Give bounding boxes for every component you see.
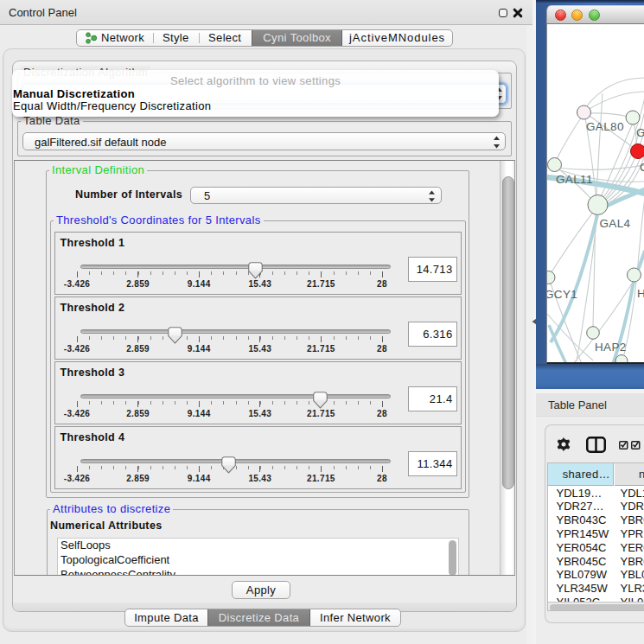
svg-text:GAL4: GAL4 [600, 217, 631, 230]
svg-text:HAP2: HAP2 [595, 341, 627, 354]
svg-text:GCY1: GCY1 [547, 288, 577, 301]
svg-text:GAL3: GAL3 [636, 126, 644, 139]
svg-text:CRM: CRM [640, 161, 644, 174]
svg-text:GAL80: GAL80 [586, 120, 624, 133]
svg-text:GAL11: GAL11 [556, 173, 593, 186]
svg-text:HIS4: HIS4 [637, 287, 644, 300]
